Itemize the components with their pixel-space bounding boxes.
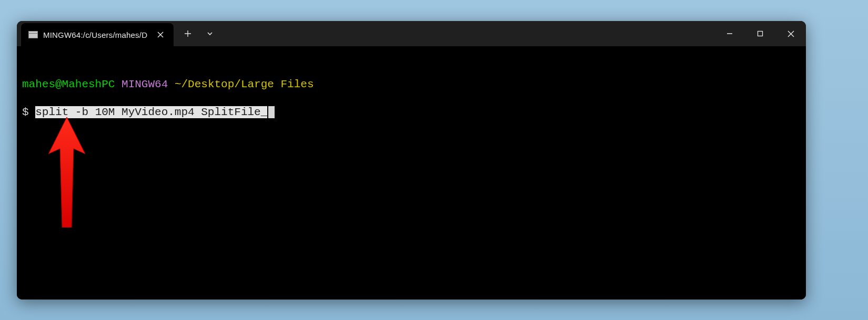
tab-actions xyxy=(174,21,220,46)
command-text[interactable]: split -b 10M MyVideo.mp4 SplitFile_ xyxy=(35,106,267,118)
cursor xyxy=(268,106,275,118)
command-line: $ split -b 10M MyVideo.mp4 SplitFile_ xyxy=(22,106,801,119)
close-icon xyxy=(788,30,794,37)
prompt-line: mahes@MaheshPC MINGW64 ~/Desktop/Large F… xyxy=(22,78,801,91)
terminal-output[interactable]: mahes@MaheshPC MINGW64 ~/Desktop/Large F… xyxy=(17,46,806,300)
cwd-path: ~/Desktop/Large Files xyxy=(175,78,314,90)
active-tab[interactable]: MINGW64:/c/Users/mahes/D xyxy=(21,23,174,46)
plus-icon xyxy=(184,30,191,37)
annotation-arrow-icon xyxy=(48,117,85,228)
minimize-icon xyxy=(726,30,733,37)
maximize-icon xyxy=(757,30,763,37)
svg-marker-8 xyxy=(48,117,85,228)
tab-title: MINGW64:/c/Users/mahes/D xyxy=(43,30,147,39)
close-window-button[interactable] xyxy=(775,21,806,46)
titlebar: MINGW64:/c/Users/mahes/D xyxy=(17,21,806,46)
tab-dropdown-button[interactable] xyxy=(200,21,220,46)
terminal-tab-icon xyxy=(28,31,38,38)
prompt-symbol: $ xyxy=(22,106,29,118)
user-host: mahes@MaheshPC xyxy=(22,78,115,90)
titlebar-drag-region[interactable] xyxy=(220,21,714,46)
new-tab-button[interactable] xyxy=(178,21,198,46)
tab-close-button[interactable] xyxy=(153,27,168,43)
shell-env: MINGW64 xyxy=(122,78,168,90)
window-controls xyxy=(714,21,806,46)
maximize-button[interactable] xyxy=(745,21,775,46)
svg-rect-5 xyxy=(758,32,763,36)
terminal-window: MINGW64:/c/Users/mahes/D xyxy=(17,21,806,300)
chevron-down-icon xyxy=(206,30,214,37)
close-icon xyxy=(157,32,164,38)
minimize-button[interactable] xyxy=(714,21,745,46)
